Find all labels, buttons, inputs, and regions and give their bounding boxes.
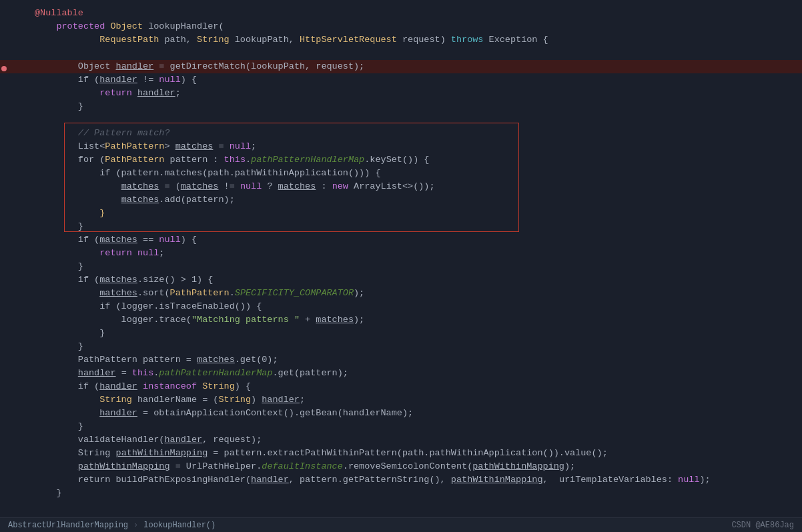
code-line [0, 47, 802, 60]
line-content: // Pattern match? [27, 127, 802, 140]
code-line: RequestPath path, String lookupPath, Htt… [0, 33, 802, 47]
token: .removeSemicolonContent( [343, 461, 472, 471]
token: if ( [35, 275, 99, 285]
token: = getDirectMatch(lookupPath, request); [153, 61, 364, 71]
token [35, 461, 78, 471]
token: uriTemplateVariables [559, 475, 667, 485]
token: ? [262, 181, 278, 191]
code-line: } [0, 327, 802, 340]
code-line: if (matches == null) { [0, 233, 802, 247]
token: null [137, 248, 159, 258]
token: HttpServletRequest [300, 35, 397, 45]
token: .sort( [137, 288, 170, 298]
token: pathWithinMapping [451, 475, 543, 485]
token: = [213, 141, 229, 151]
token: ); [564, 461, 575, 471]
token: handler [99, 75, 137, 85]
token: , pattern.getPatternString(), [289, 475, 451, 485]
code-line: PathPattern pattern = matches.get(0); [0, 353, 802, 367]
breadcrumb-separator: › [133, 521, 138, 530]
token: PathPattern [105, 155, 164, 165]
token: return [35, 88, 137, 98]
token: null [159, 75, 180, 85]
token: handler [99, 381, 137, 391]
token: this [132, 368, 153, 378]
token: handlerName = ( [132, 395, 219, 405]
token: handler [116, 61, 154, 71]
token: } [35, 341, 83, 351]
token: } [35, 261, 83, 271]
token: + [300, 315, 316, 325]
token: .keySet()) { [364, 155, 429, 165]
code-line: handler = obtainApplicationContext().get… [0, 407, 802, 420]
code-line: for (PathPattern pattern : this.pathPatt… [0, 153, 802, 167]
status-right-text: CSDN @AE86Jag [731, 521, 794, 530]
status-bar: AbstractUrlHandlerMapping › lookupHandle… [0, 517, 802, 532]
line-content: if (matches.size() > 1) { [27, 273, 802, 287]
token: )); [418, 181, 434, 191]
token [35, 195, 121, 205]
token: RequestPath [35, 35, 159, 45]
code-line: matches.sort(PathPattern.SPECIFICITY_COM… [0, 287, 802, 300]
line-content: List<PathPattern> matches = null; [27, 140, 802, 153]
token: != [137, 75, 159, 85]
token: handler [78, 368, 116, 378]
token: this [224, 155, 246, 165]
line-content: logger.trace("Matching patterns " + matc… [27, 313, 802, 327]
line-content: Object handler = getDirectMatch(lookupPa… [27, 60, 802, 73]
token: ; [251, 141, 256, 151]
token: null [678, 475, 699, 485]
token: path, [159, 35, 197, 45]
code-line: // Pattern match? [0, 127, 802, 140]
code-line: validateHandler(handler, request); [0, 433, 802, 447]
token: .size() > 1) { [137, 275, 213, 285]
token: ) { [235, 381, 251, 391]
token: PathPattern pattern = [35, 355, 197, 365]
token: .get(pattern); [273, 368, 348, 378]
code-line: if (handler instanceof String) { [0, 380, 802, 393]
token: if (logger.isTraceEnabled()) { [35, 301, 262, 311]
line-content: String pathWithinMapping = pattern.extra… [27, 447, 802, 460]
code-line: String handlerName = (String) handler; [0, 393, 802, 407]
breadcrumb: AbstractUrlHandlerMapping › lookupHandle… [8, 521, 216, 530]
token [35, 368, 78, 378]
line-content: handler = obtainApplicationContext().get… [27, 407, 802, 420]
token: String [218, 395, 251, 405]
line-content: matches.sort(PathPattern.SPECIFICITY_COM… [27, 287, 802, 300]
token: : [667, 475, 678, 485]
line-content: return null; [27, 247, 802, 260]
code-line: protected Object lookupHandler( [0, 20, 802, 33]
line-content: @Nullable [27, 7, 802, 20]
line-content: matches = (matches != null ? matches : n… [27, 180, 802, 193]
token: matches [99, 235, 137, 245]
line-content: protected Object lookupHandler( [27, 20, 802, 33]
code-line: return null; [0, 247, 802, 260]
token: instanceof [137, 381, 202, 391]
token [35, 395, 99, 405]
token: if (pattern.matches(path.pathWithinAppli… [35, 168, 380, 178]
token: handler [164, 435, 202, 445]
line-content [27, 47, 802, 60]
line-content: if (handler instanceof String) { [27, 380, 802, 393]
code-line: pathWithinMapping = UrlPathHelper.defaul… [0, 460, 802, 473]
token: == [137, 235, 159, 245]
code-line: @Nullable [0, 7, 802, 20]
token: handler [262, 395, 300, 405]
token: ; [175, 88, 181, 98]
breadcrumb-method: lookupHandler() [143, 521, 216, 530]
token: = obtainApplicationContext().getBean(han… [137, 408, 413, 418]
token: , request); [202, 435, 262, 445]
token: PathPattern [170, 288, 230, 298]
token: matches [278, 181, 316, 191]
token: matches [121, 195, 159, 205]
token: ) [251, 395, 262, 405]
token: if ( [35, 75, 99, 85]
line-content: String handlerName = (String) handler; [27, 393, 802, 407]
token: } [35, 421, 83, 431]
token: } [35, 488, 62, 498]
line-content: validateHandler(handler, request); [27, 433, 802, 447]
token: : [316, 181, 332, 191]
token: lookupPath, [230, 35, 300, 45]
code-line: Object handler = getDirectMatch(lookupPa… [0, 60, 802, 73]
line-content [27, 113, 802, 127]
